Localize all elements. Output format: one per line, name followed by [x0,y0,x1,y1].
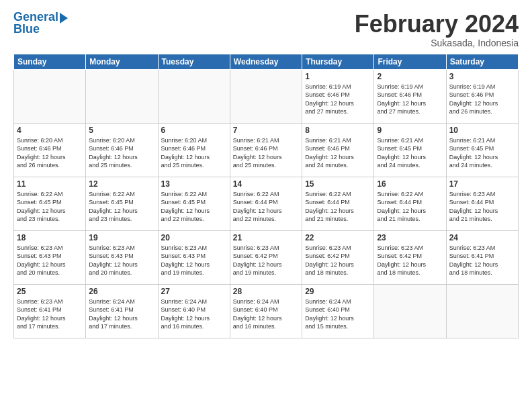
day-number: 27 [161,287,227,296]
day-number: 9 [377,126,443,135]
col-tuesday: Tuesday [158,54,230,69]
day-info: Sunrise: 6:23 AM Sunset: 6:44 PM Dayligh… [449,190,515,224]
calendar-cell [446,284,518,338]
col-friday: Friday [374,54,446,69]
day-number: 15 [305,179,371,189]
calendar-cell: 25Sunrise: 6:23 AM Sunset: 6:41 PM Dayli… [14,284,86,338]
calendar-cell: 2Sunrise: 6:19 AM Sunset: 6:46 PM Daylig… [374,69,446,123]
calendar-cell: 29Sunrise: 6:24 AM Sunset: 6:40 PM Dayli… [302,284,374,338]
calendar-cell: 22Sunrise: 6:23 AM Sunset: 6:42 PM Dayli… [302,230,374,284]
day-info: Sunrise: 6:22 AM Sunset: 6:44 PM Dayligh… [233,190,299,224]
day-info: Sunrise: 6:21 AM Sunset: 6:46 PM Dayligh… [305,136,371,170]
day-info: Sunrise: 6:23 AM Sunset: 6:42 PM Dayligh… [305,244,371,277]
month-title: February 2024 [355,11,519,38]
calendar-cell: 16Sunrise: 6:22 AM Sunset: 6:44 PM Dayli… [374,177,446,230]
calendar-cell: 1Sunrise: 6:19 AM Sunset: 6:46 PM Daylig… [302,69,374,123]
day-info: Sunrise: 6:19 AM Sunset: 6:46 PM Dayligh… [377,83,443,116]
calendar-week-row: 11Sunrise: 6:22 AM Sunset: 6:45 PM Dayli… [14,177,519,230]
calendar-cell: 8Sunrise: 6:21 AM Sunset: 6:46 PM Daylig… [302,123,374,177]
day-number: 23 [377,233,443,242]
calendar-cell: 21Sunrise: 6:23 AM Sunset: 6:42 PM Dayli… [230,230,302,284]
day-number: 17 [449,179,515,189]
day-number: 5 [89,126,154,135]
calendar-cell: 11Sunrise: 6:22 AM Sunset: 6:45 PM Dayli… [14,177,86,230]
day-number: 13 [161,179,227,189]
day-number: 26 [89,287,154,296]
logo-arrow-icon [60,13,68,24]
calendar-cell: 18Sunrise: 6:23 AM Sunset: 6:43 PM Dayli… [14,230,86,284]
calendar-cell: 6Sunrise: 6:20 AM Sunset: 6:46 PM Daylig… [158,123,230,177]
calendar-header-row: Sunday Monday Tuesday Wednesday Thursday… [14,54,519,69]
calendar-cell: 19Sunrise: 6:23 AM Sunset: 6:43 PM Dayli… [86,230,158,284]
calendar-cell: 12Sunrise: 6:22 AM Sunset: 6:45 PM Dayli… [86,177,158,230]
calendar-cell: 7Sunrise: 6:21 AM Sunset: 6:46 PM Daylig… [230,123,302,177]
day-info: Sunrise: 6:23 AM Sunset: 6:43 PM Dayligh… [17,244,83,277]
calendar-cell: 4Sunrise: 6:20 AM Sunset: 6:46 PM Daylig… [14,123,86,177]
day-number: 22 [305,233,371,242]
day-number: 3 [449,72,515,81]
day-number: 2 [377,72,443,81]
day-info: Sunrise: 6:20 AM Sunset: 6:46 PM Dayligh… [17,136,83,170]
day-info: Sunrise: 6:23 AM Sunset: 6:41 PM Dayligh… [17,298,83,331]
day-number: 21 [233,233,299,242]
calendar-cell: 28Sunrise: 6:24 AM Sunset: 6:40 PM Dayli… [230,284,302,338]
day-number: 28 [233,287,299,296]
day-info: Sunrise: 6:23 AM Sunset: 6:41 PM Dayligh… [449,244,515,277]
day-number: 24 [449,233,515,242]
subtitle: Sukasada, Indonesia [355,38,519,48]
day-number: 14 [233,179,299,189]
calendar-cell: 27Sunrise: 6:24 AM Sunset: 6:40 PM Dayli… [158,284,230,338]
logo: General Blue [13,11,68,36]
calendar-cell: 5Sunrise: 6:20 AM Sunset: 6:46 PM Daylig… [86,123,158,177]
day-info: Sunrise: 6:22 AM Sunset: 6:45 PM Dayligh… [161,190,227,224]
calendar-cell: 10Sunrise: 6:21 AM Sunset: 6:45 PM Dayli… [446,123,518,177]
day-number: 6 [161,126,227,135]
calendar-cell: 26Sunrise: 6:24 AM Sunset: 6:41 PM Dayli… [86,284,158,338]
day-number: 12 [89,179,154,189]
calendar-week-row: 18Sunrise: 6:23 AM Sunset: 6:43 PM Dayli… [14,230,519,284]
day-number: 29 [305,287,371,296]
col-wednesday: Wednesday [230,54,302,69]
day-info: Sunrise: 6:20 AM Sunset: 6:46 PM Dayligh… [161,136,227,170]
day-number: 10 [449,126,515,135]
calendar-cell [86,69,158,123]
calendar-cell: 15Sunrise: 6:22 AM Sunset: 6:44 PM Dayli… [302,177,374,230]
day-number: 8 [305,126,371,135]
day-info: Sunrise: 6:22 AM Sunset: 6:45 PM Dayligh… [17,190,83,224]
day-number: 20 [161,233,227,242]
day-info: Sunrise: 6:23 AM Sunset: 6:42 PM Dayligh… [377,244,443,277]
day-info: Sunrise: 6:24 AM Sunset: 6:41 PM Dayligh… [89,298,154,331]
title-block: February 2024 Sukasada, Indonesia [355,11,519,48]
calendar-cell [14,69,86,123]
day-info: Sunrise: 6:22 AM Sunset: 6:44 PM Dayligh… [377,190,443,224]
calendar-cell: 17Sunrise: 6:23 AM Sunset: 6:44 PM Dayli… [446,177,518,230]
calendar-cell [230,69,302,123]
calendar-week-row: 4Sunrise: 6:20 AM Sunset: 6:46 PM Daylig… [14,123,519,177]
day-info: Sunrise: 6:24 AM Sunset: 6:40 PM Dayligh… [161,298,227,331]
calendar-cell: 9Sunrise: 6:21 AM Sunset: 6:45 PM Daylig… [374,123,446,177]
calendar-cell: 13Sunrise: 6:22 AM Sunset: 6:45 PM Dayli… [158,177,230,230]
calendar-cell: 24Sunrise: 6:23 AM Sunset: 6:41 PM Dayli… [446,230,518,284]
calendar-cell [374,284,446,338]
day-number: 11 [17,179,83,189]
col-saturday: Saturday [446,54,518,69]
day-number: 4 [17,126,83,135]
day-info: Sunrise: 6:21 AM Sunset: 6:46 PM Dayligh… [233,136,299,170]
day-number: 19 [89,233,154,242]
header: General Blue February 2024 Sukasada, Ind… [13,11,519,48]
calendar-cell [158,69,230,123]
col-monday: Monday [86,54,158,69]
day-info: Sunrise: 6:23 AM Sunset: 6:43 PM Dayligh… [161,244,227,277]
day-info: Sunrise: 6:21 AM Sunset: 6:45 PM Dayligh… [449,136,515,170]
calendar-cell: 23Sunrise: 6:23 AM Sunset: 6:42 PM Dayli… [374,230,446,284]
col-sunday: Sunday [14,54,86,69]
day-info: Sunrise: 6:21 AM Sunset: 6:45 PM Dayligh… [377,136,443,170]
day-info: Sunrise: 6:23 AM Sunset: 6:42 PM Dayligh… [233,244,299,277]
day-info: Sunrise: 6:19 AM Sunset: 6:46 PM Dayligh… [449,83,515,116]
day-info: Sunrise: 6:24 AM Sunset: 6:40 PM Dayligh… [233,298,299,331]
calendar-cell: 3Sunrise: 6:19 AM Sunset: 6:46 PM Daylig… [446,69,518,123]
calendar-cell: 14Sunrise: 6:22 AM Sunset: 6:44 PM Dayli… [230,177,302,230]
day-info: Sunrise: 6:23 AM Sunset: 6:43 PM Dayligh… [89,244,154,277]
day-number: 7 [233,126,299,135]
logo-text2: Blue [13,23,40,36]
